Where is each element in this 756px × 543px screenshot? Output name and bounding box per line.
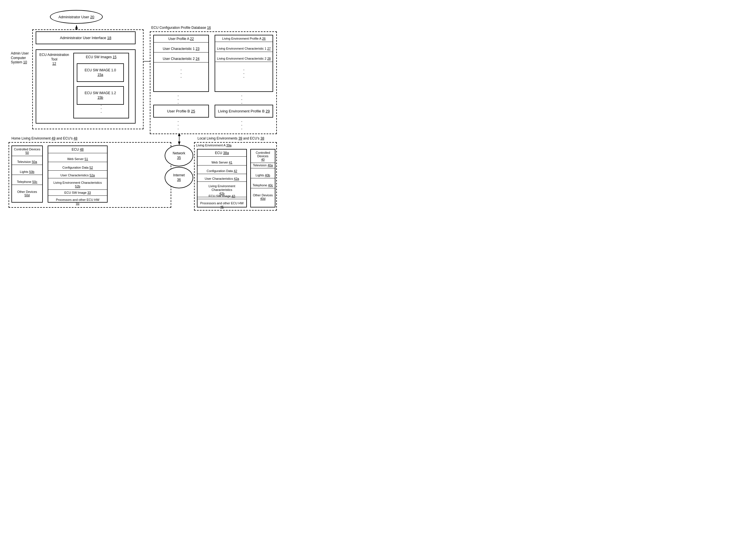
local-config-data: Configuration Data 42 — [197, 168, 246, 174]
local-other-devices: Other Devices40d — [251, 192, 275, 201]
home-living-env-chars: Living Environment Characteristics52b — [48, 180, 107, 190]
user-profile-b-dots: ··· — [178, 120, 179, 131]
local-controlled-devices-box: Controlled Devices40 Television 40a Ligh… — [250, 149, 275, 207]
ecu-config-db-box: User Profile A 22 User Characteristic 1 … — [150, 31, 277, 134]
local-lights: Lights 40b — [251, 172, 275, 178]
home-processors: Processors and other ECU HW55 — [48, 197, 107, 207]
home-living-env-box: Controlled Devices50 Television 50a Ligh… — [9, 142, 171, 208]
home-ecu-box: ECU 48 Web Server 51 Configuration Data … — [48, 146, 108, 203]
living-env-a-label: Living Environment A 39a — [196, 144, 231, 147]
home-user-chars: User Characteristics 52a — [48, 172, 107, 178]
admin-user-label: Administrator User — [59, 15, 89, 19]
user-char1-row: User Characteristic 1 23 — [154, 45, 208, 53]
living-env-char2-row: Living Environment Characteristic 2 28 — [215, 55, 273, 62]
ecu-config-db-label: ECU Configuration Profile Database 16 — [151, 26, 237, 30]
local-processors: Processors and other ECU HW45 — [197, 200, 246, 210]
living-env-profile-a-dots: ··· — [215, 68, 273, 79]
ecu-admin-tool-label: ECU Administration Tool12 — [39, 53, 70, 66]
local-ecu-header: ECU 38a — [197, 150, 246, 157]
home-config-data: Configuration Data 52 — [48, 165, 107, 171]
user-profile-b-box: User Profile B 25 — [153, 105, 209, 118]
local-ecu-sw-image: ECU SW Image 43 — [197, 193, 246, 199]
home-living-env-label: Home Living Environment 49 and ECU's 48 — [11, 136, 77, 140]
internet-circle: Internet 36 — [165, 167, 193, 188]
home-controlled-devices-box: Controlled Devices50 Television 50a Ligh… — [11, 146, 43, 203]
living-env-profile-b-dots: ··· — [241, 120, 242, 131]
user-profile-a-header: User Profile A 22 — [154, 35, 208, 43]
user-char2-row: User Characteristic 2 24 — [154, 55, 208, 62]
home-ecu-sw-image: ECU SW Image 33 — [48, 190, 107, 196]
internet-label: Internet 36 — [173, 173, 185, 182]
admin-ui-box: Administrator User Interface 18 — [36, 31, 136, 44]
living-env-char1-row: Living Environment Characteristic 1 27 — [215, 45, 273, 52]
home-tv: Television 50a — [12, 159, 42, 165]
local-web-server: Web Server 41 — [197, 160, 246, 165]
network-circle: Network 35 — [165, 145, 193, 166]
local-cd-header: Controlled Devices40 — [251, 150, 275, 163]
ecu-sw-image-10-label: ECU SW IMAGE 1.015a — [84, 68, 116, 77]
living-env-profile-b-box: Living Environment Profile B 29 — [215, 105, 273, 118]
home-ecu-header: ECU 48 — [48, 146, 107, 153]
ecu-sw-images-box: ECU SW Images 15 ECU SW IMAGE 1.015a ECU… — [73, 53, 129, 118]
home-lights: Lights 50b — [12, 169, 42, 175]
ecu-sw-image-12-label: ECU SW IMAGE 1.215b — [84, 91, 116, 100]
living-env-profile-a-container: Living Environment Profile A 26 Living E… — [215, 35, 273, 92]
ecu-sw-image-12-box: ECU SW IMAGE 1.215b — [77, 86, 124, 105]
ecu-admin-area-box: ECU Administration Tool12 ECU SW Images … — [36, 49, 136, 124]
home-telephone: Telephone 50c — [12, 179, 42, 185]
living-env-profiles-dots: ··· — [241, 94, 242, 105]
user-profiles-dots: ··· — [178, 94, 179, 105]
home-web-server: Web Server 51 — [48, 156, 107, 162]
home-cd-header: Controlled Devices50 — [12, 146, 42, 156]
local-living-envs-box: Living Environment A 39a ECU 38a Web Ser… — [194, 142, 277, 211]
local-telephone: Telephone 40c — [251, 182, 275, 188]
network-label: Network 35 — [173, 151, 185, 160]
ecu-sw-images-label: ECU SW Images 15 — [74, 55, 128, 59]
local-ecu-box: ECU 38a Web Server 41 Configuration Data… — [197, 149, 247, 207]
admin-user-oval: Administrator User 20 — [50, 10, 103, 24]
local-living-envs-label: Local Living Environments 39 and ECU's 3… — [197, 136, 264, 140]
ecu-sw-dots: ··· — [74, 104, 128, 114]
local-tv: Television 40a — [251, 162, 275, 168]
local-user-chars: User Characteristics 42a — [197, 176, 246, 182]
admin-ui-label: Administrator User Interface — [60, 36, 106, 40]
ecu-sw-image-10-box: ECU SW IMAGE 1.015a — [77, 63, 124, 82]
admin-computer-system-box: Administrator User Interface 18 ECU Admi… — [32, 29, 144, 129]
user-profile-a-container: User Profile A 22 User Characteristic 1 … — [153, 35, 209, 92]
system-diagram: Administrator User 20 Admin User Compute… — [6, 6, 280, 211]
admin-user-ref: 20 — [90, 15, 94, 19]
home-other-devices: Other Devices50d — [12, 189, 42, 198]
living-env-profile-a-header: Living Environment Profile A 26 — [215, 35, 273, 42]
user-profile-a-dots: ··· — [154, 68, 208, 79]
admin-computer-label: Admin User Computer System 10 — [11, 51, 35, 65]
